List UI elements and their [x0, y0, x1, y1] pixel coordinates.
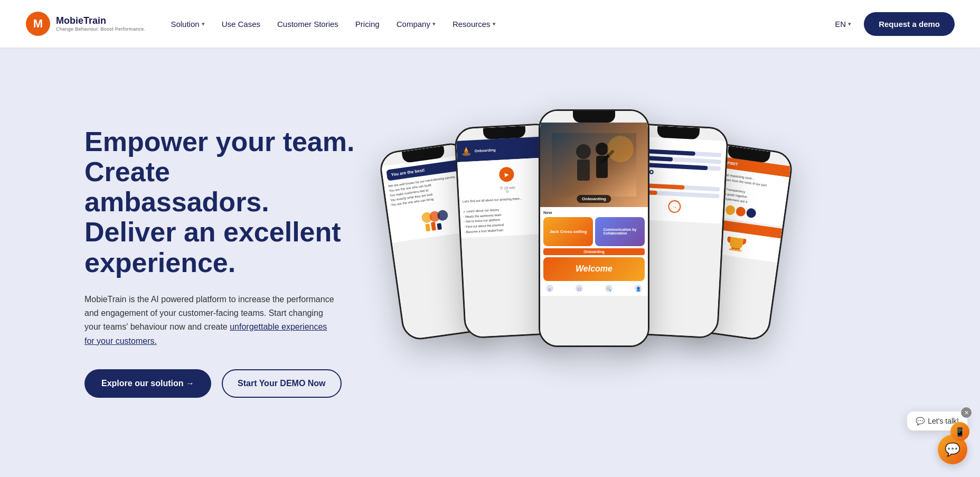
- svg-rect-5: [425, 223, 430, 231]
- svg-point-17: [607, 136, 634, 162]
- nav-links: Solution ▾ Use Cases Customer Stories Pr…: [171, 20, 835, 29]
- nav-right: EN ▾ Request a demo: [835, 12, 955, 36]
- chat-bubble-icon: 💬: [945, 442, 960, 457]
- chat-popup-icon: 💬: [916, 417, 925, 425]
- close-icon[interactable]: ✕: [961, 407, 972, 418]
- svg-point-14: [596, 143, 608, 155]
- chevron-down-icon: ▾: [848, 21, 851, 27]
- start-demo-button[interactable]: Start Your DEMO Now: [222, 369, 342, 398]
- request-demo-button[interactable]: Request a demo: [864, 12, 955, 36]
- language-selector[interactable]: EN ▾: [835, 20, 851, 29]
- phone-mockups: You are the best! We are well known for …: [391, 104, 917, 421]
- svg-rect-6: [431, 221, 436, 230]
- hero-content: Empower your team. Create ambassadors. D…: [84, 127, 359, 398]
- svg-rect-13: [577, 160, 590, 181]
- phone-mockup-3: Onboarding New Jack Cross-selling Commun…: [539, 109, 649, 347]
- hero-heading: Empower your team. Create ambassadors. D…: [84, 127, 359, 278]
- nav-resources[interactable]: Resources ▾: [453, 20, 496, 29]
- chevron-down-icon: ▾: [432, 21, 436, 27]
- chat-widget: ✕ 💬 Let's talk! 📱 💬: [907, 411, 967, 464]
- brand-name: MobieTrain: [56, 16, 145, 26]
- brand-subtitle: Change Behaviour. Boost Performance.: [56, 26, 145, 32]
- navbar: M MobieTrain Change Behaviour. Boost Per…: [0, 0, 980, 48]
- chevron-down-icon: ▾: [493, 21, 496, 27]
- nav-solution[interactable]: Solution ▾: [171, 20, 204, 29]
- svg-text:🔍: 🔍: [607, 287, 611, 292]
- svg-rect-7: [437, 223, 442, 230]
- chat-bot-avatar: 📱: [950, 422, 969, 441]
- nav-use-cases[interactable]: Use Cases: [222, 20, 260, 29]
- nav-pricing[interactable]: Pricing: [355, 20, 380, 29]
- chevron-down-icon: ▾: [202, 21, 205, 27]
- svg-text:M: M: [33, 17, 43, 30]
- hero-buttons: Explore our solution → Start Your DEMO N…: [84, 369, 359, 398]
- nav-customer-stories[interactable]: Customer Stories: [277, 20, 338, 29]
- hero-section: Empower your team. Create ambassadors. D…: [0, 48, 980, 477]
- logo[interactable]: M MobieTrain Change Behaviour. Boost Per…: [25, 11, 145, 36]
- hero-description: MobieTrain is the AI powered platform to…: [84, 293, 338, 349]
- play-icon: ▶: [499, 166, 514, 182]
- logo-icon: M: [25, 11, 51, 36]
- svg-text:👤: 👤: [636, 286, 641, 292]
- explore-solution-button[interactable]: Explore our solution →: [84, 369, 211, 398]
- svg-text:□: □: [578, 287, 581, 292]
- svg-point-12: [576, 144, 591, 159]
- svg-text:⌂: ⌂: [549, 287, 551, 292]
- nav-company[interactable]: Company ▾: [397, 20, 436, 29]
